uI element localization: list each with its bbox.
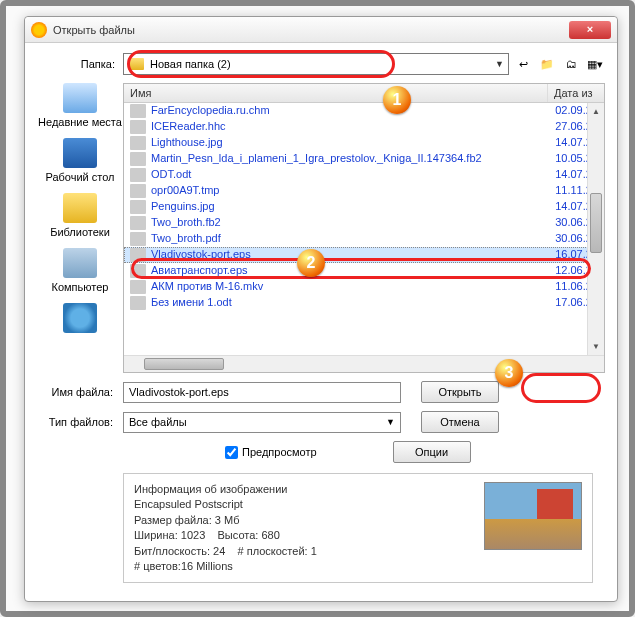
file-icon <box>130 136 146 150</box>
chevron-down-icon: ▼ <box>386 417 395 427</box>
place-desktop[interactable]: Рабочий стол <box>37 138 123 183</box>
file-icon <box>130 280 146 294</box>
file-icon <box>130 248 146 262</box>
cancel-button[interactable]: Отмена <box>421 411 499 433</box>
file-icon <box>130 184 146 198</box>
file-name: ICEReader.hhc <box>151 120 548 134</box>
file-icon <box>130 200 146 214</box>
file-name: Two_broth.fb2 <box>151 216 548 230</box>
file-row[interactable]: FarEncyclopedia.ru.chm02.09.20 <box>124 103 604 119</box>
file-name: ODT.odt <box>151 168 548 182</box>
filetype-label: Тип файлов: <box>37 416 123 428</box>
open-file-dialog: Открыть файлы × Папка: Новая папка (2) ▼… <box>24 16 618 602</box>
filename-label: Имя файла: <box>37 386 123 398</box>
file-name: Two_broth.pdf <box>151 232 548 246</box>
file-row[interactable]: АКМ против М-16.mkv11.06.20 <box>124 279 604 295</box>
computer-icon <box>63 248 97 278</box>
preview-label: Предпросмотр <box>242 446 317 458</box>
preview-thumbnail <box>484 482 582 550</box>
file-row[interactable]: ODT.odt14.07.20 <box>124 167 604 183</box>
folder-value: Новая папка (2) <box>150 58 231 70</box>
filetype-value: Все файлы <box>129 416 187 428</box>
file-name: FarEncyclopedia.ru.chm <box>151 104 548 118</box>
scroll-up-icon[interactable]: ▲ <box>588 103 604 120</box>
info-format: Encapsuled Postscript <box>134 497 484 512</box>
file-list: Имя Дата из FarEncyclopedia.ru.chm02.09.… <box>123 83 605 373</box>
file-row[interactable]: Lighthouse.jpg14.07.20 <box>124 135 604 151</box>
hscroll-thumb[interactable] <box>144 358 224 370</box>
file-row[interactable]: opr00A9T.tmp11.11.20 <box>124 183 604 199</box>
scroll-thumb[interactable] <box>590 193 602 253</box>
file-name: Без имени 1.odt <box>151 296 548 310</box>
library-icon <box>63 193 97 223</box>
file-row[interactable]: Two_broth.fb230.06.20 <box>124 215 604 231</box>
folder-dropdown[interactable]: Новая папка (2) ▼ <box>123 53 509 75</box>
views-icon[interactable]: ▦▾ <box>585 54 605 74</box>
file-icon <box>130 232 146 246</box>
image-info-panel: Информация об изображении Encapsuled Pos… <box>123 473 593 583</box>
file-icon <box>130 120 146 134</box>
file-name: Lighthouse.jpg <box>151 136 548 150</box>
file-row[interactable]: ICEReader.hhc27.06.20 <box>124 119 604 135</box>
titlebar: Открыть файлы × <box>25 17 617 43</box>
close-button[interactable]: × <box>569 21 611 39</box>
place-network[interactable] <box>37 303 123 336</box>
horizontal-scrollbar[interactable] <box>124 355 604 372</box>
open-button[interactable]: Открыть <box>421 381 499 403</box>
preview-checkbox[interactable] <box>225 446 238 459</box>
file-row[interactable]: Two_broth.pdf30.06.20 <box>124 231 604 247</box>
file-icon <box>130 168 146 182</box>
up-folder-icon[interactable]: 📁 <box>537 54 557 74</box>
places-bar: Недавние места Рабочий стол Библиотеки К… <box>37 83 123 373</box>
place-computer[interactable]: Компьютер <box>37 248 123 293</box>
file-name: opr00A9T.tmp <box>151 184 548 198</box>
recent-icon <box>63 83 97 113</box>
back-icon[interactable]: ↩ <box>513 54 533 74</box>
app-icon <box>31 22 47 38</box>
list-header[interactable]: Имя Дата из <box>124 84 604 103</box>
file-icon <box>130 296 146 310</box>
window-title: Открыть файлы <box>53 24 569 36</box>
file-icon <box>130 264 146 278</box>
file-name: Martin_Pesn_lda_i_plameni_1_Igra_prestol… <box>151 152 548 166</box>
col-date[interactable]: Дата из <box>548 84 604 102</box>
file-name: Vladivostok-port.eps <box>151 248 548 262</box>
col-name[interactable]: Имя <box>124 84 548 102</box>
desktop-icon <box>63 138 97 168</box>
place-libraries[interactable]: Библиотеки <box>37 193 123 238</box>
options-button[interactable]: Опции <box>393 441 471 463</box>
scroll-down-icon[interactable]: ▼ <box>588 338 604 355</box>
vertical-scrollbar[interactable]: ▲ ▼ <box>587 103 604 355</box>
file-name: Авиатранспорт.eps <box>151 264 548 278</box>
filename-input[interactable] <box>123 382 401 403</box>
folder-label: Папка: <box>37 58 123 70</box>
filetype-combo[interactable]: Все файлы ▼ <box>123 412 401 433</box>
file-row[interactable]: Vladivostok-port.eps16.07.20 <box>124 247 604 263</box>
file-name: АКМ против М-16.mkv <box>151 280 548 294</box>
file-row[interactable]: Авиатранспорт.eps12.06.20 <box>124 263 604 279</box>
file-row[interactable]: Martin_Pesn_lda_i_plameni_1_Igra_prestol… <box>124 151 604 167</box>
chevron-down-icon: ▼ <box>495 59 504 69</box>
network-icon <box>63 303 97 333</box>
new-folder-icon[interactable]: 🗂 <box>561 54 581 74</box>
file-row[interactable]: Без имени 1.odt17.06.20 <box>124 295 604 311</box>
file-icon <box>130 152 146 166</box>
place-recent[interactable]: Недавние места <box>37 83 123 128</box>
file-row[interactable]: Penguins.jpg14.07.20 <box>124 199 604 215</box>
file-icon <box>130 104 146 118</box>
file-name: Penguins.jpg <box>151 200 548 214</box>
file-icon <box>130 216 146 230</box>
info-title: Информация об изображении <box>134 482 484 497</box>
folder-icon <box>128 58 144 70</box>
